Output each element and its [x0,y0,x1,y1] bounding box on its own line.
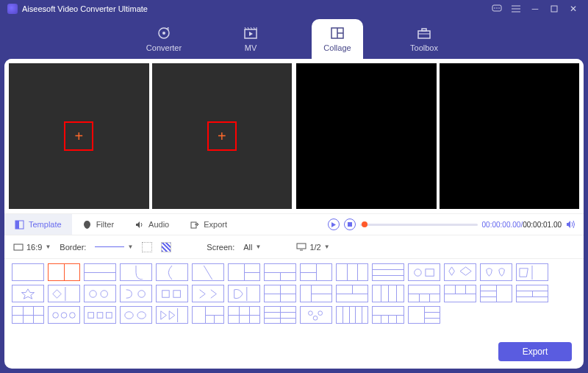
template-item[interactable] [12,285,44,302]
border-pattern-swatch[interactable] [161,242,171,252]
template-item[interactable] [336,263,368,281]
template-item[interactable] [264,285,296,302]
svg-rect-7 [551,6,557,12]
template-item[interactable] [300,306,332,324]
template-item[interactable] [516,263,548,281]
tab-export[interactable]: Export [179,214,237,235]
add-media-button[interactable]: + [207,121,237,151]
border-label: Border: [60,243,86,252]
template-item[interactable] [120,285,152,302]
template-item[interactable] [84,285,116,302]
template-item[interactable] [372,285,404,302]
svg-rect-15 [418,31,430,38]
collage-slot-1[interactable]: + [9,63,149,209]
top-nav: Converter MV Collage Toolbox [0,18,588,59]
template-item[interactable] [48,285,80,302]
template-item[interactable] [228,263,260,281]
template-item[interactable] [156,263,188,281]
minimize-button[interactable]: ─ [528,1,542,16]
border-style-select[interactable]: ▼ [95,244,133,250]
feedback-icon[interactable] [490,1,504,16]
template-item[interactable] [372,263,404,281]
volume-icon[interactable] [566,220,576,229]
titlebar: Aiseesoft Video Converter Ultimate ─ ✕ [0,0,588,18]
tab-template[interactable]: Template [4,214,72,235]
nav-collage[interactable]: Collage [312,19,363,59]
template-item[interactable] [444,263,476,281]
template-item[interactable] [300,285,332,302]
time-display: 00:00:00.00/00:00:01.00 [482,221,562,229]
svg-marker-30 [460,267,471,275]
template-item[interactable] [120,306,152,324]
template-item[interactable] [48,306,80,324]
tab-label: Filter [96,220,114,229]
template-item[interactable] [12,263,44,281]
template-item[interactable] [84,263,116,281]
close-button[interactable]: ✕ [566,1,581,16]
template-item[interactable] [156,285,188,302]
nav-mv[interactable]: MV [225,19,276,59]
template-item[interactable] [12,306,44,324]
page-select[interactable]: 1/2 ▼ [296,243,329,252]
template-item[interactable] [192,263,224,281]
screen-select[interactable]: All ▼ [243,243,261,252]
collage-slot-2[interactable]: + [152,63,293,209]
template-item[interactable] [408,285,440,302]
template-item[interactable] [300,263,332,281]
svg-rect-22 [348,222,352,227]
svg-rect-23 [14,244,23,250]
template-item[interactable] [192,285,224,302]
page-value: 1/2 [309,243,320,252]
svg-rect-20 [191,222,196,228]
export-button[interactable]: Export [498,342,572,361]
svg-marker-33 [53,290,61,298]
options-bar: 16:9 ▼ Border: ▼ Screen: All ▼ 1/2 ▼ [4,235,584,259]
template-item[interactable] [408,306,440,324]
seek-handle[interactable] [362,221,368,227]
menu-icon[interactable] [509,1,523,16]
plus-icon: + [74,128,83,145]
template-item[interactable] [228,306,260,324]
seek-slider[interactable] [360,224,478,226]
template-item[interactable] [408,263,440,281]
svg-marker-49 [161,311,167,319]
chevron-down-icon: ▼ [324,244,330,250]
svg-rect-24 [297,244,306,249]
tab-filter[interactable]: Filter [72,214,124,235]
svg-line-26 [204,266,212,280]
template-item[interactable] [516,285,548,302]
svg-rect-46 [107,313,112,319]
svg-point-41 [53,313,59,319]
border-color-swatch[interactable] [142,242,152,252]
nav-converter[interactable]: Converter [138,19,190,59]
preview-area: + + [4,59,584,213]
main-panel: + + Template Filter Audio Export [4,59,584,369]
ratio-select[interactable]: 16:9 ▼ [13,243,51,252]
template-item[interactable] [228,285,260,302]
template-item[interactable] [48,263,80,281]
template-item[interactable] [336,285,368,302]
template-item[interactable] [372,306,404,324]
template-item[interactable] [480,263,512,281]
template-item[interactable] [444,285,476,302]
add-media-button[interactable]: + [64,121,93,151]
svg-marker-11 [249,32,253,36]
template-icon [15,220,24,230]
audio-icon [135,220,144,230]
mv-icon [243,26,259,40]
nav-toolbox[interactable]: Toolbox [398,19,450,59]
template-item[interactable] [336,306,368,324]
template-item[interactable] [120,263,152,281]
template-item[interactable] [264,306,296,324]
maximize-button[interactable] [547,1,562,16]
template-item[interactable] [264,263,296,281]
tab-audio[interactable]: Audio [124,214,179,235]
template-item[interactable] [192,306,224,324]
stop-button[interactable] [344,219,356,230]
template-item[interactable] [84,306,116,324]
play-button[interactable] [328,219,340,230]
template-item[interactable] [480,285,512,302]
template-item[interactable] [156,306,188,324]
svg-point-27 [415,269,422,277]
svg-rect-19 [15,221,19,229]
